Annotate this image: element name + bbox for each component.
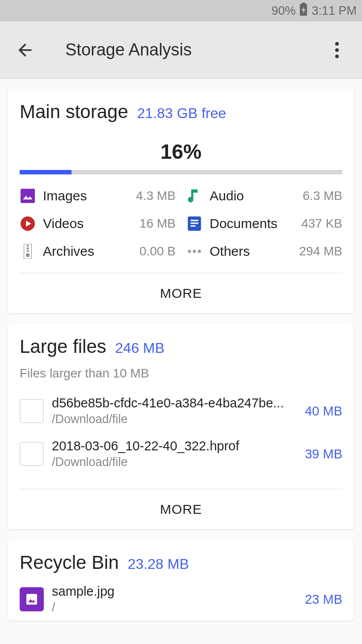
recycle-bin-card: Recycle Bin 23.28 MB sample.jpg / 23 MB: [8, 539, 354, 621]
svg-rect-19: [26, 594, 37, 605]
file-path: /: [52, 601, 299, 614]
file-thumb-placeholder: [20, 442, 44, 466]
storage-progress: [20, 170, 342, 174]
archives-icon: [20, 243, 36, 259]
main-storage-free: 21.83 GB free: [137, 105, 226, 122]
svg-rect-8: [190, 220, 198, 221]
file-name: 2018-03-06_10-22-40_322.hprof: [52, 439, 299, 453]
category-archives[interactable]: Archives 0.00 B: [20, 243, 176, 259]
main-storage-title: Main storage: [20, 101, 128, 123]
category-images[interactable]: Images 4.3 MB: [20, 188, 176, 204]
more-options-button[interactable]: [324, 38, 349, 63]
main-storage-card: Main storage 21.83 GB free 16% Images 4.…: [8, 89, 354, 314]
file-size: 40 MB: [305, 404, 342, 419]
svg-rect-9: [190, 223, 198, 224]
svg-point-3: [335, 48, 339, 52]
recycle-bin-total: 23.28 MB: [128, 556, 189, 572]
category-documents[interactable]: Documents 437 KB: [186, 216, 342, 232]
svg-point-18: [198, 250, 201, 253]
recycle-bin-title: Recycle Bin: [20, 552, 119, 573]
app-bar: Storage Analysis: [0, 21, 362, 79]
file-name: sample.jpg: [52, 584, 299, 599]
audio-icon: [186, 188, 202, 204]
svg-rect-0: [302, 3, 305, 4]
recycle-file-item[interactable]: sample.jpg / 23 MB: [8, 578, 354, 621]
status-bar: 90% 3:11 PM: [0, 0, 362, 21]
storage-progress-fill: [20, 170, 72, 174]
file-path: /Download/file: [52, 455, 299, 469]
large-files-hint: Files larger than 10 MB: [8, 362, 354, 390]
battery-charging-icon: [299, 3, 308, 19]
file-name: d56be85b-cfdc-41e0-a384-e4ba247be...: [52, 396, 299, 411]
svg-rect-13: [27, 248, 29, 250]
large-files-card: Large files 246 MB Files larger than 10 …: [8, 323, 354, 530]
svg-rect-15: [26, 254, 29, 257]
image-file-icon: [20, 587, 44, 611]
main-storage-more-button[interactable]: MORE: [8, 273, 354, 314]
svg-point-2: [335, 42, 339, 46]
category-audio[interactable]: Audio 6.3 MB: [186, 188, 342, 204]
file-size: 23 MB: [305, 592, 342, 607]
more-vert-icon: [335, 42, 339, 58]
back-button[interactable]: [13, 38, 38, 63]
large-file-item[interactable]: 2018-03-06_10-22-40_322.hprof /Download/…: [8, 432, 354, 475]
usage-percent: 16%: [8, 127, 354, 170]
file-path: /Download/file: [52, 412, 299, 426]
svg-rect-10: [190, 225, 195, 227]
svg-rect-5: [21, 189, 35, 203]
content-area: Main storage 21.83 GB free 16% Images 4.…: [0, 79, 362, 640]
svg-point-17: [193, 250, 196, 253]
categories-grid: Images 4.3 MB Audio 6.3 MB Videos 16 MB: [8, 188, 354, 259]
arrow-left-icon: [15, 40, 35, 60]
svg-point-16: [188, 250, 191, 253]
battery-percent: 90%: [271, 4, 295, 18]
others-icon: [186, 243, 202, 259]
documents-icon: [186, 216, 202, 232]
images-icon: [20, 188, 36, 204]
svg-rect-12: [27, 245, 29, 246]
svg-rect-14: [27, 250, 29, 252]
large-files-total: 246 MB: [115, 340, 164, 356]
videos-icon: [20, 216, 36, 232]
category-videos[interactable]: Videos 16 MB: [20, 216, 176, 232]
file-size: 39 MB: [305, 447, 342, 462]
large-files-title: Large files: [20, 336, 106, 357]
large-files-more-button[interactable]: MORE: [8, 489, 354, 530]
svg-point-4: [335, 55, 339, 58]
time-label: 3:11 PM: [311, 4, 357, 18]
large-file-item[interactable]: d56be85b-cfdc-41e0-a384-e4ba247be... /Do…: [8, 390, 354, 432]
file-thumb-placeholder: [20, 399, 44, 423]
category-others[interactable]: Others 294 MB: [186, 243, 342, 259]
page-title: Storage Analysis: [65, 40, 324, 59]
